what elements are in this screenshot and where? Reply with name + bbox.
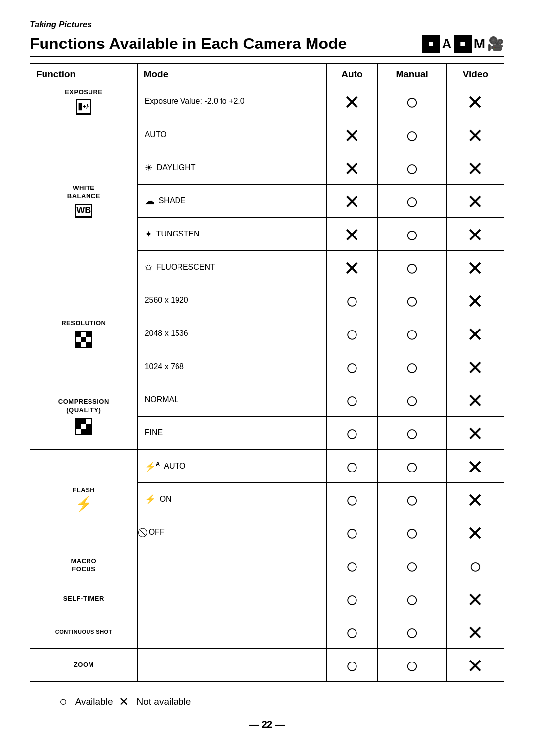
sym-flash-auto-video: ✕: [446, 450, 504, 483]
table-row: ZOOM ○ ○ ✕: [30, 649, 504, 682]
sym-wb-shade-video: ✕: [446, 185, 504, 218]
sym-flash-auto-manual: ○: [377, 450, 446, 483]
not-available-label: Not available: [136, 696, 191, 707]
manual-icon: M: [474, 36, 485, 52]
header-mode: Mode: [137, 64, 327, 85]
sym-flash-off-auto: ○: [327, 516, 377, 549]
sym-continuous-video: ✕: [446, 615, 504, 649]
breadcrumb: Taking Pictures: [30, 20, 504, 30]
page-title: Functions Available in Each Camera Mode: [30, 35, 347, 53]
sym-wb-fluorescent-manual: ○: [377, 251, 446, 284]
mode-res-2048: 2048 x 1536: [137, 317, 327, 350]
sym-wb-auto-manual: ○: [377, 118, 446, 151]
not-available-symbol: ✕: [119, 695, 129, 709]
mode-zoom: [137, 649, 327, 682]
sym-macro-video: ○: [446, 549, 504, 582]
sym-flash-on-auto: ○: [327, 483, 377, 516]
page-number: — 22 —: [30, 719, 504, 730]
sym-comp-fine-manual: ○: [377, 417, 446, 450]
functions-table: Function Mode Auto Manual Video EXPOSURE…: [30, 63, 504, 682]
header-auto: Auto: [327, 64, 377, 85]
sym-flash-on-manual: ○: [377, 483, 446, 516]
sym-exposure-auto: ✕: [327, 85, 377, 118]
mode-flash-off: ⃠ OFF: [137, 516, 327, 549]
sym-continuous-manual: ○: [377, 615, 446, 649]
mode-res-1024: 1024 x 768: [137, 350, 327, 383]
mode-flash-on: ⚡ ON: [137, 483, 327, 516]
fn-flash: FLASH ⚡: [30, 450, 138, 549]
sym-flash-off-video: ✕: [446, 516, 504, 549]
flash-icon: ⚡: [33, 496, 134, 513]
sym-res-2560-auto: ○: [327, 284, 377, 317]
sym-wb-tungsten-video: ✕: [446, 218, 504, 251]
mode-exposure-value: Exposure Value: -2.0 to +2.0: [137, 85, 327, 118]
sym-wb-shade-manual: ○: [377, 185, 446, 218]
mode-macro: [137, 549, 327, 582]
sym-wb-tungsten-manual: ○: [377, 218, 446, 251]
mode-comp-normal: NORMAL: [137, 383, 327, 417]
sym-res-2048-manual: ○: [377, 317, 446, 350]
fn-macro-focus: MACROFOCUS: [30, 549, 138, 582]
sym-continuous-auto: ○: [327, 615, 377, 649]
flash-on-icon: ⚡: [145, 494, 156, 505]
table-row: SELF-TIMER ○ ○ ✕: [30, 582, 504, 615]
sym-comp-normal-manual: ○: [377, 383, 446, 417]
table-row: MACROFOCUS ○ ○ ○: [30, 549, 504, 582]
sym-res-1024-manual: ○: [377, 350, 446, 383]
sym-wb-shade-auto: ✕: [327, 185, 377, 218]
sym-exposure-video: ✕: [446, 85, 504, 118]
mode-self-timer: [137, 582, 327, 615]
fn-white-balance: WHITEBALANCE WB: [30, 118, 138, 284]
table-row: RESOLUTION 2560 x 1920 ○ ○ ✕: [30, 284, 504, 317]
fn-continuous-shot: CONTINUOUS SHOT: [30, 615, 138, 649]
fluorescent-icon: ✩: [145, 262, 152, 273]
sym-res-2560-video: ✕: [446, 284, 504, 317]
header-function: Function: [30, 64, 138, 85]
table-row: COMPRESSION(QUALITY) NORMAL ○ ○ ✕: [30, 383, 504, 417]
table-row: CONTINUOUS SHOT ○ ○ ✕: [30, 615, 504, 649]
video-icon: 🎥: [487, 36, 504, 52]
tungsten-icon: ✦: [145, 229, 152, 239]
sun-icon: ☀: [145, 162, 153, 173]
table-row: EXPOSURE ▮+/- Exposure Value: -2.0 to +2…: [30, 85, 504, 118]
fn-exposure: EXPOSURE ▮+/-: [30, 85, 138, 118]
table-row: FLASH ⚡ ⚡A AUTO ○ ○ ✕: [30, 450, 504, 483]
fn-compression: COMPRESSION(QUALITY): [30, 383, 138, 450]
camera-icon: ■: [422, 35, 440, 53]
dial-icon: ■: [454, 35, 472, 53]
sym-wb-daylight-manual: ○: [377, 151, 446, 185]
fn-zoom: ZOOM: [30, 649, 138, 682]
sym-self-timer-manual: ○: [377, 582, 446, 615]
sym-comp-normal-video: ✕: [446, 383, 504, 417]
sym-zoom-auto: ○: [327, 649, 377, 682]
sym-zoom-video: ✕: [446, 649, 504, 682]
header-video: Video: [446, 64, 504, 85]
sym-res-2048-auto: ○: [327, 317, 377, 350]
compression-icon: [75, 418, 92, 435]
sym-res-1024-video: ✕: [446, 350, 504, 383]
mode-wb-auto: AUTO: [137, 118, 327, 151]
sym-wb-fluorescent-video: ✕: [446, 251, 504, 284]
sym-comp-fine-video: ✕: [446, 417, 504, 450]
sym-flash-auto-auto: ○: [327, 450, 377, 483]
mode-comp-fine: FINE: [137, 417, 327, 450]
sym-self-timer-video: ✕: [446, 582, 504, 615]
mode-wb-shade: ☁ SHADE: [137, 185, 327, 218]
sym-zoom-manual: ○: [377, 649, 446, 682]
mode-wb-fluorescent: ✩ FLUORESCENT: [137, 251, 327, 284]
sym-wb-auto-video: ✕: [446, 118, 504, 151]
sym-wb-daylight-video: ✕: [446, 151, 504, 185]
table-row: WHITEBALANCE WB AUTO ✕ ○ ✕: [30, 118, 504, 151]
available-symbol: ○: [59, 694, 67, 709]
mode-wb-tungsten: ✦ TUNGSTEN: [137, 218, 327, 251]
mode-res-2560: 2560 x 1920: [137, 284, 327, 317]
camera-mode-icons: ■ A ■ M 🎥: [422, 35, 504, 53]
auto-icon: A: [442, 36, 451, 52]
sym-res-2048-video: ✕: [446, 317, 504, 350]
sym-wb-tungsten-auto: ✕: [327, 218, 377, 251]
exposure-icon: ▮+/-: [76, 99, 91, 115]
sym-res-2560-manual: ○: [377, 284, 446, 317]
sym-flash-off-manual: ○: [377, 516, 446, 549]
resolution-icon: [75, 331, 92, 348]
legend: ○ Available ✕ Not available: [59, 694, 504, 709]
